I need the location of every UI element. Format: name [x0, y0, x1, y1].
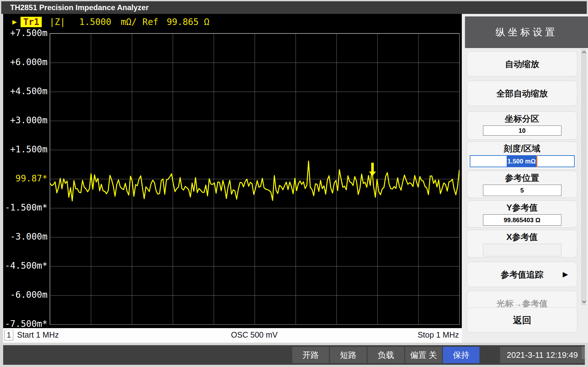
y-tick-label: -6.000m	[3, 290, 47, 300]
selected-input-text: 1.500 mΩ	[507, 155, 537, 167]
y-tick-label: +3.000m	[3, 116, 47, 125]
bottom-button-2[interactable]: 短路	[330, 347, 367, 363]
scale-divisions-label: 坐标分区	[467, 113, 577, 124]
x-reference-value-button[interactable]: X参考值	[467, 230, 577, 258]
y-tick-label: -7.500m*	[3, 319, 47, 329]
cursor-to-reference-button[interactable]: 光标→参考值	[467, 291, 577, 307]
x-reference-value-input	[483, 244, 561, 256]
trace-name-chip[interactable]: Tr1	[21, 17, 42, 27]
trace-info-bar: ▶ Tr1 |Z| 1.5000 mΩ/ Ref 99.865 Ω	[3, 16, 209, 27]
bottom-button-group: 开路短路负载偏置 关保持	[292, 347, 480, 363]
bottom-button-1[interactable]: 开路	[292, 347, 329, 363]
window-title: TH2851 Precision Impedance Analyzer	[1, 1, 587, 14]
y-tick-label: +6.000m	[3, 58, 47, 67]
y-tick-label: +4.500m	[3, 87, 47, 96]
trace-ref-value: 99.865 Ω	[167, 17, 209, 27]
marker-down-arrow-icon	[369, 163, 376, 176]
trace-plot-grid	[50, 33, 460, 325]
scale-per-division-label: 刻度/区域	[467, 143, 577, 154]
scroll-down-icon[interactable]	[582, 299, 586, 303]
trace-scale-value: 1.5000	[79, 17, 111, 27]
trace-scale-unit: mΩ/	[121, 17, 137, 27]
osc-level-label: OSC 500 mV	[50, 330, 459, 339]
scroll-up-icon[interactable]	[582, 51, 586, 55]
bottom-bar-sliver	[582, 346, 585, 359]
channel-indicator: 1	[4, 330, 13, 340]
scale-divisions-input[interactable]: 10	[483, 125, 561, 136]
y-tick-label: -4.500m*	[3, 261, 47, 271]
y-reference-value-label: Y参考值	[467, 202, 577, 213]
y-tick-label: -3.000m	[3, 232, 47, 242]
sidebar-header: 纵坐标设置	[465, 16, 588, 48]
back-button-label: 返回	[513, 315, 531, 325]
active-trace-arrow-icon: ▶	[12, 17, 17, 26]
sweep-status-bar: 1 Start 1 MHz OSC 500 mV Stop 1 MHz	[3, 328, 462, 343]
bottom-button-4[interactable]: 偏置 关	[405, 347, 442, 363]
y-tick-label: 99.87*	[3, 174, 47, 183]
datetime-display: 2021-3-11 12:19:49	[500, 347, 585, 363]
bottom-button-3[interactable]: 负载	[368, 347, 404, 363]
reference-position-button[interactable]: 参考位置 5	[467, 171, 577, 198]
autoscale-label: 自动缩放	[505, 59, 539, 69]
y-tick-label: +7.500m	[3, 28, 47, 38]
scale-per-division-input[interactable]: 1.500 mΩ	[470, 155, 575, 167]
sidebar-scrollbar[interactable]	[581, 49, 586, 305]
back-button[interactable]: 返回	[467, 307, 577, 333]
instrument-screen: { "window": { "title": "TH2851 Precision…	[0, 0, 588, 367]
scale-divisions-button[interactable]: 坐标分区 10	[467, 111, 577, 140]
reference-position-input[interactable]: 5	[483, 185, 561, 196]
reference-position-label: 参考位置	[467, 173, 577, 183]
trace-waveform	[50, 34, 459, 324]
cursor-to-reference-label: 光标→参考值	[497, 299, 548, 307]
scale-per-division-button[interactable]: 刻度/区域 1.500 mΩ	[467, 142, 577, 169]
y-reference-value-input[interactable]: 99.865403 Ω	[483, 214, 561, 226]
x-reference-value-label: X参考值	[467, 232, 577, 242]
trace-parameter: |Z|	[49, 17, 65, 27]
y-tick-label: -1.500m*	[3, 203, 47, 212]
autoscale-button[interactable]: 自动缩放	[467, 51, 577, 76]
bottom-status-bar: 开路短路负载偏置 关保持 2021-3-11 12:19:49	[3, 345, 585, 365]
bottom-button-5[interactable]: 保持	[443, 347, 480, 363]
display-panel: ▶ Tr1 |Z| 1.5000 mΩ/ Ref 99.865 Ω +7.500…	[3, 14, 462, 328]
autoscale-all-button[interactable]: 全部自动缩放	[467, 81, 577, 106]
reference-tracking-label: 参考值追踪	[501, 270, 543, 279]
y-reference-value-button[interactable]: Y参考值 99.865403 Ω	[467, 200, 577, 228]
trace-ref-label: Ref	[142, 17, 158, 27]
autoscale-all-label: 全部自动缩放	[497, 89, 548, 98]
reference-tracking-button[interactable]: 参考值追踪 ▶	[467, 262, 577, 287]
sweep-stop-label: Stop 1 MHz	[418, 330, 459, 339]
y-tick-label: +1.500m	[3, 145, 47, 154]
submenu-arrow-icon: ▶	[563, 262, 568, 287]
